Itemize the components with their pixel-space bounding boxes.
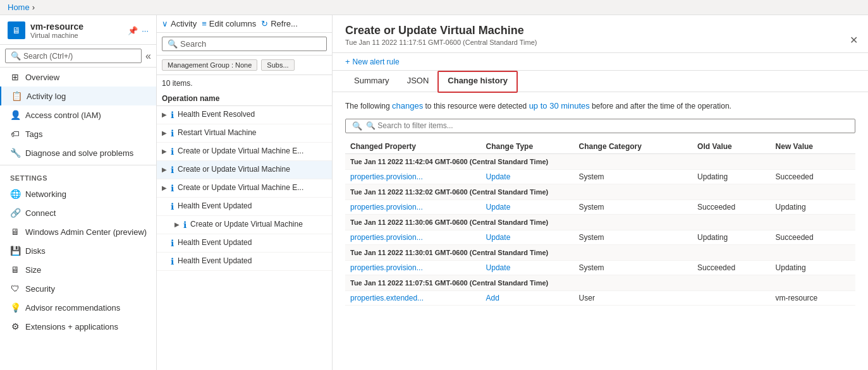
log-search-input[interactable]: 🔍 Search [162,37,327,51]
category-cell: User [574,290,692,305]
overview-icon: ⊞ [10,72,20,82]
settings-section-label: Settings [0,168,156,184]
new-alert-label: New alert rule [353,57,400,66]
col-header-operation-name: Operation name [157,92,332,106]
sidebar-item-advisor[interactable]: 💡 Advisor recommendations [0,298,156,317]
chevron-down-icon: ∨ [162,19,168,28]
refresh-button[interactable]: ↻ Refre... [261,19,298,28]
middle-panel: ∨ Activity ≡ Edit columns ↻ Refre... 🔍 S… [157,15,333,370]
log-item[interactable]: ▶ ℹ Restart Virtual Machine [157,124,332,143]
col-new-value: New Value [771,140,855,154]
sidebar-search-bar[interactable]: 🔍 Search (Ctrl+/) [5,49,142,63]
detail-description: The following changes to this resource w… [345,100,855,112]
edit-columns-button[interactable]: ≡ Edit columns [202,19,256,28]
expand-icon: ▶ [162,148,167,155]
filter-search-input[interactable] [366,121,848,130]
sidebar-item-overview[interactable]: ⊞ Overview [0,68,156,87]
info-icon: ℹ [171,201,174,212]
log-search-placeholder: Search [180,39,206,49]
tab-change-history[interactable]: Change history [437,71,518,93]
sidebar-item-windows-admin[interactable]: 🖥 Windows Admin Center (preview) [0,222,156,241]
info-icon: ℹ [171,183,174,193]
networking-icon: 🌐 [10,189,20,199]
breadcrumb-chevron: › [32,3,35,12]
change-group-row: Tue Jan 11 2022 11:07:51 GMT-0600 (Centr… [345,275,855,290]
sidebar-item-size[interactable]: 🖥 Size [0,260,156,279]
info-icon: ℹ [183,220,186,230]
sidebar-item-label: Windows Admin Center (preview) [25,227,147,237]
log-item[interactable]: ▶ ℹ Health Event Updated [157,253,332,271]
sidebar-item-networking[interactable]: 🌐 Networking [0,184,156,203]
activity-button[interactable]: ∨ Activity [162,19,197,28]
property-cell[interactable]: properties.provision... [345,230,481,244]
type-cell: Update [481,169,574,184]
sidebar-item-label: Connect [25,208,56,218]
change-data-row: properties.provision... Update System Su… [345,200,855,214]
change-group-row: Tue Jan 11 2022 11:42:04 GMT-0600 (Centr… [345,153,855,169]
category-cell: System [574,200,692,214]
change-data-row: properties.extended... Add User vm-resou… [345,290,855,305]
search-icon: 🔍 [168,39,178,49]
sidebar-item-tags[interactable]: 🏷 Tags [0,124,156,143]
log-item[interactable]: ▶ ℹ Create or Update Virtual Machine [157,216,332,234]
col-old-value: Old Value [692,140,771,154]
sidebar-item-connect[interactable]: 🔗 Connect [0,203,156,222]
refresh-label: Refre... [271,19,298,28]
sidebar-item-activity-log[interactable]: 📋 Activity log [0,87,156,105]
log-item[interactable]: ▶ ℹ Health Event Updated [157,234,332,253]
detail-subtitle: Tue Jan 11 2022 11:17:51 GMT-0600 (Centr… [345,39,855,46]
log-item-label: Restart Virtual Machine [178,128,327,137]
property-cell[interactable]: properties.provision... [345,260,481,275]
close-button[interactable]: ✕ [850,34,858,46]
advisor-icon: 💡 [10,302,20,313]
sidebar-item-disks[interactable]: 💾 Disks [0,241,156,260]
log-search-wrap: 🔍 Search [157,33,332,56]
collapse-button[interactable]: « [145,51,151,62]
sidebar-item-diagnose[interactable]: 🔧 Diagnose and solve problems [0,143,156,162]
filter-tag-management-group[interactable]: Management Group : None [162,59,257,71]
filter-search-box[interactable]: 🔍 [345,119,855,133]
old-value-cell: Succeeded [692,200,771,214]
change-group-row: Tue Jan 11 2022 11:32:02 GMT-0600 (Centr… [345,184,855,200]
log-item-label: Health Event Updated [178,256,327,265]
log-item[interactable]: ▶ ℹ Health Event Resolved [157,106,332,124]
log-list: ▶ ℹ Health Event Resolved ▶ ℹ Restart Vi… [157,106,332,370]
property-cell[interactable]: properties.provision... [345,169,481,184]
log-item[interactable]: ▶ ℹ Create or Update Virtual Machine E..… [157,143,332,161]
sidebar-item-access-control[interactable]: 👤 Access control (IAM) [0,105,156,124]
sidebar-item-security[interactable]: 🛡 Security [0,279,156,298]
nav-list: ⊞ Overview 📋 Activity log 👤 Access contr… [0,68,156,370]
tab-json[interactable]: JSON [398,71,438,92]
search-icon: 🔍 [11,51,21,61]
new-alert-button[interactable]: + New alert rule [345,57,855,66]
breadcrumb: Home › [0,0,868,15]
more-icon[interactable]: ··· [142,26,149,35]
sidebar-item-extensions[interactable]: ⚙ Extensions + applications [0,317,156,336]
property-cell[interactable]: properties.extended... [345,290,481,305]
sidebar-search-placeholder: Search (Ctrl+/) [23,52,73,61]
sidebar-item-label: Tags [25,129,42,139]
pin-icon[interactable]: 📌 [128,26,138,35]
sidebar-item-label: Networking [25,189,66,199]
new-value-cell: Succeeded [771,230,855,244]
filter-tags: Management Group : None Subs... [157,56,332,75]
new-value-cell: Succeeded [771,169,855,184]
detail-tabs: Summary JSON Change history [333,71,868,92]
activity-log-icon: 📋 [11,91,21,101]
property-cell[interactable]: properties.provision... [345,200,481,214]
tab-summary[interactable]: Summary [345,71,398,92]
filter-tag-subscription[interactable]: Subs... [261,59,294,71]
plus-icon: + [345,57,350,66]
windows-admin-icon: 🖥 [10,227,20,237]
type-cell: Add [481,290,574,305]
group-timestamp: Tue Jan 11 2022 11:07:51 GMT-0600 (Centr… [345,275,855,290]
log-item[interactable]: ▶ ℹ Health Event Updated [157,198,332,216]
log-item-selected[interactable]: ▶ ℹ Create or Update Virtual Machine [157,161,332,179]
log-item[interactable]: ▶ ℹ Create or Update Virtual Machine E..… [157,179,332,198]
group-timestamp: Tue Jan 11 2022 11:42:04 GMT-0600 (Centr… [345,153,855,169]
sidebar: 🖥 vm-resource Virtual machine 📌 ··· 🔍 Se… [0,15,157,370]
info-icon: ℹ [171,146,174,157]
info-icon: ℹ [171,238,174,248]
breadcrumb-home[interactable]: Home [8,3,30,12]
extensions-icon: ⚙ [10,321,20,331]
